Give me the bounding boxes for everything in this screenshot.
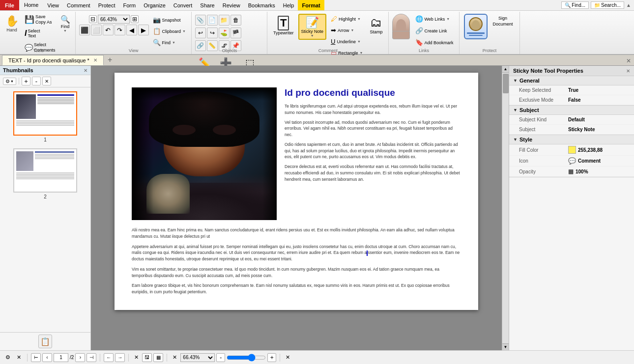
general-arrow-icon: ▼ — [513, 78, 518, 83]
next-page-btn[interactable]: ▶ — [138, 25, 149, 35]
grid-view-btn[interactable]: ▦ — [153, 353, 163, 362]
prev-page-btn[interactable]: ◀ — [126, 25, 137, 35]
thumbnails-header-label: Thumbnails — [3, 67, 33, 73]
find2-btn[interactable]: 🔍 Find ▼ — [150, 37, 188, 48]
menu-bookmarks[interactable]: Bookmarks — [244, 0, 279, 10]
obj-icon-8[interactable]: 🏴 — [231, 28, 241, 38]
sign-document-btn[interactable]: Sign Document — [490, 14, 516, 29]
web-links-btn[interactable]: 🌐 Web Links ▼ — [413, 14, 456, 24]
obj-icon-6[interactable]: ↪ — [207, 28, 218, 38]
status-opt3-btn[interactable]: ✕ — [171, 353, 179, 362]
scroll-down-btn[interactable]: ▼ — [502, 343, 509, 350]
page-layout-btn[interactable]: 🖫 — [142, 353, 152, 362]
status-final-btn[interactable]: ✕ — [284, 353, 292, 362]
menu-convert[interactable]: Convert — [170, 0, 197, 10]
zoom-plus-btn[interactable]: ⊞ — [131, 15, 139, 23]
select-text-btn[interactable]: I Select Text — [23, 27, 58, 41]
article-title: Id pro docendi qualisque — [285, 87, 461, 98]
props-subject-header[interactable]: ▼ Subject — [509, 106, 634, 115]
status-options-btn[interactable]: ✕ — [14, 353, 24, 362]
fill-color-swatch[interactable] — [568, 146, 576, 154]
rotate-btn[interactable]: ↶ — [103, 25, 114, 35]
highlight-btn[interactable]: 🖊 Highlight ▼ — [328, 14, 365, 24]
props-close-btn[interactable]: ✕ — [626, 68, 630, 74]
rotate-cw-btn[interactable]: ↷ — [115, 25, 125, 35]
zoom-select[interactable]: 66.43% 50% 75% 100% — [98, 15, 130, 24]
zoom-status-plus-btn[interactable]: + — [267, 353, 276, 362]
menu-form[interactable]: Form — [119, 0, 140, 10]
fill-color-value: 255,238,88 — [578, 147, 603, 153]
scroll-up-btn[interactable]: ▲ — [502, 66, 509, 73]
expand-btn[interactable]: ▲ — [626, 2, 631, 8]
obj-icon-3[interactable]: 📁 — [219, 15, 230, 26]
article-para-3: Odio ridens sapientem et cum, duo in ame… — [285, 141, 461, 160]
find-toolbar-btn[interactable]: 🔍 Find... — [561, 1, 589, 9]
thumb-zoom-out-btn[interactable]: - — [32, 77, 41, 85]
search-toolbar-btn[interactable]: 📁 Search... — [591, 1, 624, 9]
add-bookmark-btn[interactable]: 🔖 Add Bookmark — [413, 37, 456, 48]
back-btn[interactable]: ← — [104, 353, 114, 362]
scroll-thumb[interactable] — [503, 74, 509, 93]
fit-width-btn[interactable]: ⬜ — [91, 25, 102, 35]
exclusive-mode-label: Exclusive Mode — [519, 97, 568, 103]
stamp-btn[interactable]: 🗂 Stamp — [367, 14, 385, 36]
next-page-nav-btn[interactable]: › — [75, 353, 85, 362]
zoom-minus-btn[interactable]: ⊟ — [89, 15, 97, 23]
thumbs-settings-btn[interactable]: ⚙ ▼ — [3, 78, 16, 85]
arrow-btn[interactable]: ➡ Arrow ▼ — [328, 25, 365, 35]
sticky-note-btn[interactable]: 📝 Sticky Note ▼ — [298, 14, 327, 40]
panel-close-btn[interactable]: ✕ — [623, 56, 634, 65]
file-menu-btn[interactable]: File — [0, 0, 19, 10]
menu-organize[interactable]: Organize — [140, 0, 170, 10]
fill-color-label: Fill Color — [519, 147, 568, 153]
props-style-header[interactable]: ▼ Style — [509, 135, 634, 144]
copy-page-btn[interactable]: 📋 — [38, 335, 52, 348]
props-general-header[interactable]: ▼ General — [509, 76, 634, 85]
menu-share[interactable]: Share — [196, 0, 218, 10]
snapshot-btn[interactable]: 📷 Snapshot — [150, 15, 188, 25]
forward-btn[interactable]: → — [115, 353, 125, 362]
status-options2-btn[interactable]: ✕ — [132, 353, 141, 362]
create-link-btn[interactable]: 🔗 Create Link — [413, 26, 456, 36]
menu-help[interactable]: Help — [279, 0, 298, 10]
menu-comment[interactable]: Comment — [63, 0, 94, 10]
document-tab[interactable]: TEXT - Id pro docendi qualisque * ✕ — [2, 55, 104, 65]
opacity-value: 100% — [576, 169, 588, 174]
typewriter-btn[interactable]: T Typewriter — [271, 14, 296, 37]
zoom-slider[interactable] — [227, 354, 266, 361]
zoom-status-minus-btn[interactable]: - — [216, 353, 225, 362]
obj-icon-2[interactable]: 📄 — [207, 15, 218, 26]
thumb-options-btn[interactable]: ✕ — [42, 77, 51, 85]
keep-selected-label: Keep Selected — [519, 87, 568, 93]
thumbnail-page-1[interactable]: 1 — [13, 91, 77, 142]
menu-format[interactable]: Format — [298, 0, 324, 10]
menu-home[interactable]: Home — [19, 0, 43, 10]
ribbon-group-objects: 📎 📄 📁 🗑 ↩ ↪ ⛳ 🏴 🔗 📏 🖇 📌 — [192, 12, 267, 54]
obj-icon-4[interactable]: 🗑 — [231, 15, 241, 26]
zoom-status-select[interactable]: 66.43% 50% 75% 100% — [180, 353, 215, 362]
tab-close-icon[interactable]: ✕ — [93, 57, 97, 63]
doc-vscrollbar[interactable]: ▲ ▼ — [502, 66, 509, 350]
clipboard-btn[interactable]: 📋 Clipboard ▼ — [150, 26, 188, 36]
last-page-btn[interactable]: ⊣ — [86, 353, 96, 362]
find-ribbon-btn[interactable]: 🔍 Find ▼ — [58, 13, 72, 34]
underline-btn[interactable]: U Underline ▼ — [328, 36, 365, 47]
menu-view[interactable]: View — [43, 0, 63, 10]
page-number-input[interactable] — [54, 353, 68, 362]
menu-protect[interactable]: Protect — [94, 0, 119, 10]
thumbnail-page-2[interactable]: 2 — [13, 148, 77, 199]
menu-review[interactable]: Review — [219, 0, 244, 10]
status-settings-btn[interactable]: ⚙ — [3, 353, 13, 362]
save-copy-as-btn[interactable]: 💾 Save Copy As — [23, 13, 58, 27]
subject-section-label: Subject — [519, 107, 539, 113]
first-page-btn[interactable]: ⊢ — [31, 353, 41, 362]
hand-btn[interactable]: ✋ Hand — [2, 13, 22, 34]
obj-icon-1[interactable]: 📎 — [195, 15, 206, 26]
fit-view-btn[interactable]: ⬛ — [79, 25, 90, 35]
prev-page-nav-btn[interactable]: ‹ — [42, 353, 52, 362]
obj-icon-5[interactable]: ↩ — [195, 28, 206, 38]
thumbnails-close-btn[interactable]: ✕ — [84, 68, 87, 73]
add-tab-btn[interactable]: + — [104, 55, 116, 65]
thumb-zoom-in-btn[interactable]: + — [22, 77, 30, 85]
obj-icon-7[interactable]: ⛳ — [219, 28, 230, 38]
